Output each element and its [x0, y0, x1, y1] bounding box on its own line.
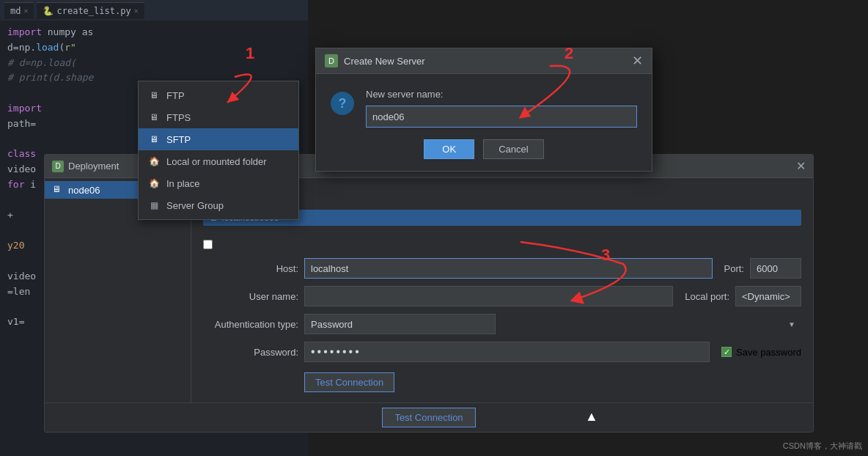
tab-create-list-label: create_list.py	[56, 6, 130, 16]
dialog-title-label: Create New Server	[344, 56, 425, 67]
sftp-icon: 🖥	[147, 133, 161, 146]
menu-item-ftp-label: FTP	[166, 90, 185, 101]
ftps-icon: 🖥	[147, 111, 161, 124]
node06-server-icon: 🖥	[52, 184, 64, 196]
menu-item-ftp[interactable]: 🖥 FTP	[139, 84, 298, 106]
tab-md-close[interactable]: ✕	[23, 7, 28, 15]
menu-item-sftp[interactable]: 🖥 SFTP	[139, 128, 298, 150]
dialog-ok-btn[interactable]: OK	[424, 139, 474, 159]
dropdown-menu: 🖥 FTP 🖥 FTPS 🖥 SFTP 🏠 Local or mounted f…	[138, 81, 299, 220]
port-group: Port:	[724, 258, 801, 279]
save-password-checkbox[interactable]: ✓	[721, 347, 732, 357]
username-label: User name:	[203, 291, 298, 302]
host-row: Host: Port:	[203, 258, 801, 279]
create-server-dialog: D Create New Server ✕ ? New server name:…	[315, 48, 652, 172]
menu-item-ftps-label: FTPS	[166, 112, 191, 123]
menu-item-inplace[interactable]: 🏠 In place	[139, 172, 298, 194]
local-folder-icon: 🏠	[147, 155, 161, 168]
local-port-input[interactable]	[735, 286, 801, 306]
test-connection-btn[interactable]: Test Connection	[304, 372, 394, 392]
menu-item-ftps[interactable]: 🖥 FTPS	[139, 106, 298, 128]
host-label: Host:	[203, 263, 298, 274]
auth-type-label: Authentication type:	[203, 319, 298, 330]
dialog-body: ? New server name:	[316, 74, 652, 139]
dialog-title-bar: D Create New Server ✕	[316, 48, 652, 74]
deployment-title-label: Deployment	[68, 161, 119, 172]
password-input[interactable]	[304, 342, 710, 362]
menu-item-servergroup-label: Server Group	[166, 200, 224, 211]
dialog-buttons: OK Cancel	[316, 139, 652, 171]
port-input[interactable]	[750, 258, 801, 279]
menu-item-local-label: Local or mounted folder	[166, 156, 267, 167]
deployment-title-left: D Deployment	[52, 161, 119, 172]
tab-md[interactable]: md ✕	[4, 2, 34, 19]
tab-create-list-close[interactable]: ✕	[134, 7, 139, 15]
code-line-3: # d=np.load(	[7, 56, 301, 71]
local-port-label: Local port:	[685, 291, 729, 302]
host-input[interactable]	[304, 258, 713, 279]
dialog-close-btn[interactable]: ✕	[632, 54, 643, 67]
code-line-1: import numpy as	[7, 25, 301, 40]
auth-type-select[interactable]: Password Key pair OpenSSH config and aut…	[304, 314, 496, 334]
menu-item-local[interactable]: 🏠 Local or mounted folder	[139, 150, 298, 172]
username-input[interactable]	[304, 286, 673, 306]
username-row: User name: Local port:	[203, 286, 801, 306]
port-label: Port:	[724, 263, 744, 274]
server-group-icon: ▦	[147, 199, 161, 212]
password-label: Password:	[203, 347, 298, 358]
dialog-title-left: D Create New Server	[325, 54, 425, 67]
dialog-form: New server name:	[366, 89, 637, 128]
test-connection-row: Test Connection	[304, 369, 801, 392]
tab-md-label: md	[10, 6, 21, 16]
bottom-test-btn[interactable]: Test Connection	[382, 408, 475, 427]
visible-project-checkbox[interactable]	[203, 240, 213, 249]
menu-item-servergroup[interactable]: ▦ Server Group	[139, 194, 298, 216]
local-port-group: Local port:	[685, 286, 801, 306]
deployment-panel-icon: D	[52, 161, 64, 172]
ftp-icon: 🖥	[147, 89, 161, 102]
dialog-question-icon: ?	[331, 92, 354, 115]
dialog-app-icon: D	[325, 54, 338, 67]
node06-label: node06	[68, 185, 100, 196]
tab-create-list[interactable]: 🐍 create_list.py ✕	[37, 2, 144, 19]
menu-item-sftp-label: SFTP	[166, 134, 191, 145]
dialog-field-label: New server name:	[366, 89, 637, 100]
tab-bar: md ✕ 🐍 create_list.py ✕	[0, 0, 308, 21]
visible-project-row[interactable]	[203, 240, 801, 249]
dialog-cancel-btn[interactable]: Cancel	[483, 139, 543, 159]
bottom-bar: Test Connection	[45, 402, 813, 432]
watermark: CSDN博客，大神请戳	[783, 441, 862, 452]
inplace-icon: 🏠	[147, 177, 161, 190]
tab-icon: 🐍	[43, 6, 54, 16]
menu-item-inplace-label: In place	[166, 178, 200, 189]
save-password-row[interactable]: ✓ Save password	[721, 347, 801, 358]
auth-type-row: Authentication type: Password Key pair O…	[203, 314, 801, 334]
deployment-close-btn[interactable]: ✕	[796, 159, 806, 173]
save-password-label: Save password	[736, 347, 801, 358]
password-row: Password: ✓ Save password	[203, 342, 801, 362]
server-name-input[interactable]	[366, 106, 637, 128]
auth-type-select-wrapper: Password Key pair OpenSSH config and aut…	[304, 314, 801, 334]
code-line-2: d=np.load(r"	[7, 40, 301, 56]
